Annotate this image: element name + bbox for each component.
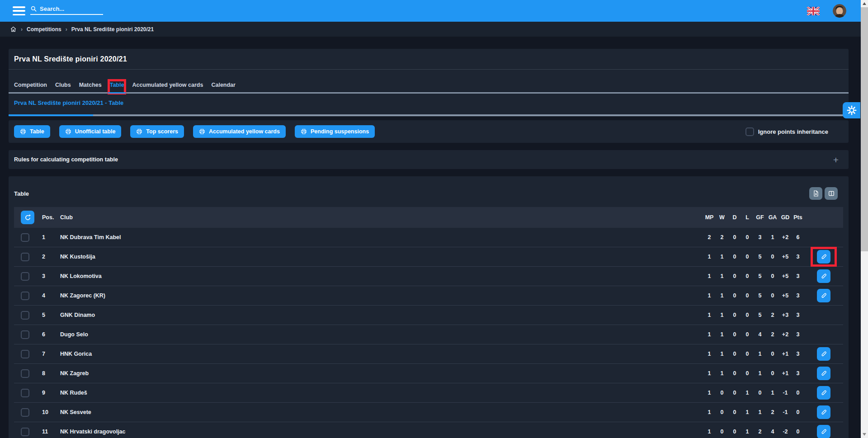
row-checkbox[interactable] (21, 408, 29, 417)
row-checkbox[interactable] (21, 369, 29, 378)
edit-row-button[interactable] (817, 269, 830, 283)
user-avatar[interactable] (833, 4, 846, 18)
row-stat-l: 1 (741, 429, 754, 435)
row-checkbox[interactable] (21, 233, 29, 242)
row-stat-gf: 1 (754, 370, 766, 377)
row-stat-ga: 0 (766, 370, 779, 377)
pencil-icon (820, 409, 828, 416)
row-stat-w: 1 (716, 292, 728, 299)
print-top-scorers-button[interactable]: Top scorers (130, 125, 184, 138)
tab-table[interactable]: Table (110, 82, 124, 88)
scrollbar-thumb[interactable] (861, 7, 868, 251)
settings-button[interactable] (843, 102, 860, 118)
row-stat-gf: 5 (754, 292, 766, 299)
rules-panel-title: Rules for calculating competition table (14, 156, 118, 163)
row-stat-w: 1 (716, 254, 728, 260)
row-checkbox[interactable] (21, 350, 29, 358)
row-actions (804, 250, 843, 264)
subtab-row: Prva NL Središte pioniri 2020/21 - Table (9, 94, 849, 116)
row-stat-gf: 5 (754, 273, 766, 279)
league-table-card: Table Pos. Club MPWDLGFGAG (9, 176, 849, 438)
row-club-name: GNK Dinamo (60, 312, 703, 318)
refresh-table-button[interactable] (21, 211, 34, 224)
table-row: 3NK Lokomotiva110050+53 (14, 267, 843, 286)
row-actions (804, 405, 843, 419)
row-check-cell (14, 292, 35, 300)
row-checkbox[interactable] (21, 292, 29, 300)
row-stat-mp: 1 (703, 370, 716, 377)
print-accumulated-yellow-cards-button[interactable]: Accumulated yellow cards (193, 125, 286, 138)
edit-row-button[interactable] (817, 405, 830, 419)
annotation-box-tab (108, 79, 127, 94)
row-stat-gd: +5 (779, 273, 792, 279)
subtab-table-link[interactable]: Prva NL Središte pioniri 2020/21 - Table (9, 94, 123, 106)
gear-icon (847, 105, 857, 115)
row-checkbox[interactable] (21, 272, 29, 281)
column-settings-button[interactable] (825, 187, 838, 200)
edit-row-button[interactable] (817, 425, 830, 438)
tab-matches[interactable]: Matches (79, 82, 102, 88)
scrollbar-up-arrow[interactable] (863, 2, 866, 5)
subtab-active-indicator (9, 114, 93, 116)
tab-calendar[interactable]: Calendar (211, 82, 236, 88)
print-unofficial-table-button[interactable]: Unofficial table (59, 125, 122, 138)
row-checkbox[interactable] (21, 428, 29, 436)
rules-panel[interactable]: Rules for calculating competition table … (9, 150, 849, 169)
ignore-points-checkbox[interactable] (745, 127, 754, 136)
expand-plus-icon[interactable]: + (833, 155, 839, 165)
row-checkbox[interactable] (21, 253, 29, 261)
row-stat-d: 0 (728, 273, 741, 279)
header-refresh-cell (14, 211, 35, 224)
header-mp: MP (703, 214, 716, 221)
row-position: 9 (35, 390, 60, 396)
menu-hamburger-button[interactable] (13, 6, 25, 15)
edit-row-button[interactable] (817, 367, 830, 380)
row-stat-gd: -1 (779, 390, 792, 396)
table-row: 8NK Zagreb110010+13 (14, 364, 843, 383)
print-table-button[interactable]: Table (14, 125, 50, 138)
breadcrumb-competitions[interactable]: Competitions (27, 26, 61, 33)
search-input[interactable] (40, 5, 103, 12)
row-check-cell (14, 253, 35, 261)
row-checkbox[interactable] (21, 330, 29, 339)
header-w: W (716, 214, 728, 221)
row-check-cell (14, 428, 35, 436)
row-checkbox[interactable] (21, 311, 29, 320)
vertical-scrollbar[interactable] (861, 0, 868, 438)
edit-row-button[interactable] (817, 250, 830, 264)
printer-icon (301, 128, 307, 135)
row-stat-pts: 3 (792, 292, 804, 299)
print-buttons-group: TableUnofficial tableTop scorersAccumula… (14, 125, 375, 138)
row-stat-mp: 1 (703, 254, 716, 260)
row-stat-mp: 1 (703, 312, 716, 318)
row-stat-mp: 1 (703, 429, 716, 435)
row-checkbox[interactable] (21, 389, 29, 397)
home-icon[interactable] (10, 26, 17, 33)
language-flag-icon[interactable] (807, 7, 820, 15)
row-stat-ga: 2 (766, 331, 779, 338)
print-pending-suspensions-button[interactable]: Pending suspensions (295, 125, 375, 138)
tab-accumulated-yellow-cards[interactable]: Accumulated yellow cards (132, 82, 203, 88)
row-stat-gd: +1 (779, 370, 792, 377)
row-actions (804, 269, 843, 283)
export-file-button[interactable] (809, 187, 822, 200)
edit-row-button[interactable] (817, 386, 830, 400)
pencil-icon (820, 350, 828, 358)
scrollbar-down-arrow[interactable] (863, 433, 866, 436)
row-position: 4 (35, 292, 60, 299)
row-stat-l: 0 (741, 292, 754, 299)
tab-competition[interactable]: Competition (14, 82, 47, 88)
row-stat-l: 0 (741, 370, 754, 377)
row-actions (804, 386, 843, 400)
edit-row-button[interactable] (817, 347, 830, 361)
tab-clubs[interactable]: Clubs (55, 82, 71, 88)
row-stat-pts: 0 (792, 390, 804, 396)
breadcrumb-separator: › (21, 26, 23, 33)
refresh-icon (24, 214, 32, 221)
row-stat-d: 0 (728, 292, 741, 299)
row-check-cell (14, 408, 35, 417)
pencil-icon (820, 253, 828, 261)
annotated-edit-button (817, 250, 830, 264)
edit-row-button[interactable] (817, 289, 830, 302)
print-button-label: Pending suspensions (311, 128, 369, 135)
